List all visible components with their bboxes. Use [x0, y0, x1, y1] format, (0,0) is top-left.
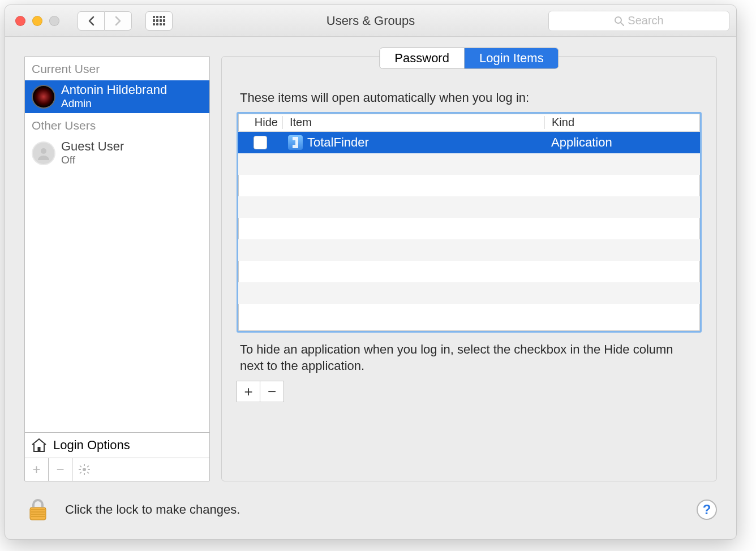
content-area: Current User Antonin Hildebrand Admin Ot…	[5, 37, 736, 481]
svg-rect-7	[79, 469, 81, 470]
user-list: Current User Antonin Hildebrand Admin Ot…	[24, 56, 210, 481]
user-role: Off	[61, 154, 124, 166]
app-icon	[288, 135, 303, 150]
svg-rect-9	[79, 465, 81, 467]
tab-password[interactable]: Password	[380, 48, 464, 68]
table-row	[238, 218, 700, 239]
grid-icon	[153, 16, 165, 26]
nav-buttons	[78, 11, 132, 31]
section-other-users: Other Users	[25, 113, 209, 137]
table-row	[238, 196, 700, 218]
item-name: TotalFinder	[307, 135, 369, 150]
main-panel: Password Login Items These items will op…	[221, 56, 717, 481]
svg-rect-12	[87, 465, 89, 467]
lock-text: Click the lock to make changes.	[65, 502, 240, 517]
table-row	[238, 261, 700, 282]
gear-icon	[79, 464, 90, 475]
avatar	[32, 85, 55, 109]
col-hide[interactable]: Hide	[238, 116, 282, 129]
table-row	[238, 239, 700, 261]
add-remove-buttons: + −	[237, 381, 702, 402]
window-controls	[15, 16, 59, 26]
col-kind[interactable]: Kind	[544, 116, 700, 129]
table-row	[238, 153, 700, 175]
hint-text: To hide an application when you log in, …	[240, 342, 698, 374]
minus-icon: −	[268, 383, 276, 401]
person-icon	[36, 145, 51, 161]
table-body: TotalFinder Application	[238, 132, 700, 331]
svg-point-2	[41, 148, 46, 154]
show-all-button[interactable]	[145, 11, 173, 31]
user-list-buttons: + −	[25, 458, 209, 481]
user-row-guest[interactable]: Guest User Off	[25, 137, 209, 170]
forward-button	[105, 11, 132, 31]
user-name: Guest User	[61, 140, 124, 153]
user-actions-button[interactable]	[72, 458, 96, 481]
titlebar: Users & Groups Search	[5, 5, 736, 37]
svg-rect-11	[79, 471, 81, 473]
minimize-window-button[interactable]	[32, 16, 42, 26]
avatar	[32, 141, 55, 165]
tab-group: Password Login Items	[379, 48, 559, 69]
search-input[interactable]: Search	[548, 11, 729, 31]
chevron-left-icon	[87, 16, 95, 26]
login-options-button[interactable]: Login Options	[25, 432, 209, 458]
chevron-right-icon	[114, 16, 122, 26]
back-button[interactable]	[78, 11, 105, 31]
remove-user-button[interactable]: −	[49, 458, 72, 481]
intro-text: These items will open automatically when…	[240, 91, 698, 105]
svg-rect-5	[84, 464, 85, 466]
close-window-button[interactable]	[15, 16, 25, 26]
plus-icon: +	[244, 383, 252, 401]
login-options-label: Login Options	[53, 438, 130, 453]
zoom-window-button	[49, 16, 59, 26]
plus-icon: +	[32, 462, 40, 477]
table-row[interactable]: TotalFinder Application	[238, 132, 700, 153]
lock-button[interactable]	[24, 496, 51, 523]
item-kind: Application	[544, 135, 700, 150]
user-name: Antonin Hildebrand	[61, 84, 167, 96]
add-user-button[interactable]: +	[25, 458, 49, 481]
table-row	[238, 304, 700, 325]
svg-rect-8	[88, 469, 90, 470]
table-row	[238, 175, 700, 196]
search-placeholder: Search	[628, 14, 663, 27]
remove-item-button[interactable]: −	[260, 381, 284, 402]
preferences-window: Users & Groups Search Current User Anton…	[5, 5, 737, 540]
lock-icon	[24, 496, 51, 523]
svg-rect-13	[30, 507, 46, 520]
table-row	[238, 282, 700, 304]
lock-row: Click the lock to make changes. ?	[24, 496, 717, 523]
col-item[interactable]: Item	[282, 116, 544, 129]
svg-line-1	[621, 23, 624, 25]
svg-rect-10	[87, 471, 89, 473]
tab-login-items[interactable]: Login Items	[464, 48, 559, 68]
svg-rect-6	[84, 473, 85, 475]
login-items-table: Hide Item Kind TotalFinder Application	[237, 112, 702, 333]
minus-icon: −	[56, 462, 64, 477]
section-current-user: Current User	[25, 57, 209, 80]
add-item-button[interactable]: +	[237, 381, 260, 402]
question-icon: ?	[703, 502, 711, 518]
table-header: Hide Item Kind	[238, 114, 700, 132]
svg-rect-3	[38, 447, 41, 451]
svg-point-4	[83, 468, 86, 471]
user-role: Admin	[61, 97, 167, 110]
home-icon	[31, 437, 48, 453]
search-icon	[614, 16, 624, 26]
help-button[interactable]: ?	[697, 500, 717, 520]
hide-checkbox[interactable]	[254, 136, 267, 149]
user-row-current[interactable]: Antonin Hildebrand Admin	[25, 80, 209, 113]
